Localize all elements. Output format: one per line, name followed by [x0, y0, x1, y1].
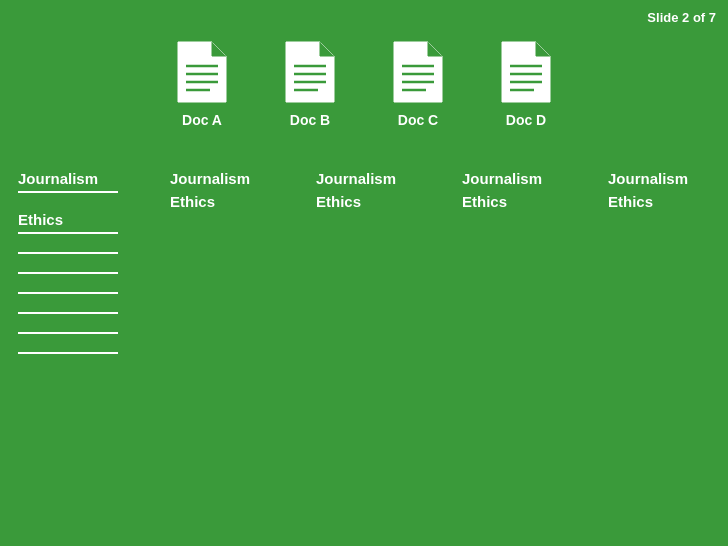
doc-columns: Journalism Ethics Journalism Ethics Jour… [170, 170, 698, 216]
list-line-7 [18, 332, 118, 334]
doc-col-b: Journalism Ethics [316, 170, 406, 216]
col-b-journalism: Journalism [316, 170, 406, 187]
list-line-4 [18, 272, 118, 274]
list-line-8 [18, 352, 118, 354]
doc-a-icon [176, 40, 228, 104]
doc-b: Doc B [284, 40, 336, 128]
doc-c: Doc C [392, 40, 444, 128]
doc-c-icon [392, 40, 444, 104]
doc-a: Doc A [176, 40, 228, 128]
list-column: Journalism Ethics [18, 170, 148, 372]
col-a-ethics: Ethics [170, 193, 260, 210]
docs-row: Doc A Doc B Doc [0, 40, 728, 128]
doc-d-icon [500, 40, 552, 104]
doc-d: Doc D [500, 40, 552, 128]
col-a-journalism: Journalism [170, 170, 260, 187]
list-ethics: Ethics [18, 211, 148, 228]
col-c-journalism: Journalism [462, 170, 552, 187]
doc-b-label: Doc B [290, 112, 330, 128]
list-line-2 [18, 232, 118, 234]
doc-c-label: Doc C [398, 112, 438, 128]
doc-col-c: Journalism Ethics [462, 170, 552, 216]
doc-a-label: Doc A [182, 112, 222, 128]
list-journalism: Journalism [18, 170, 148, 187]
list-line-3 [18, 252, 118, 254]
doc-d-label: Doc D [506, 112, 546, 128]
doc-col-d: Journalism Ethics [608, 170, 698, 216]
doc-col-a: Journalism Ethics [170, 170, 260, 216]
col-b-ethics: Ethics [316, 193, 406, 210]
col-c-ethics: Ethics [462, 193, 552, 210]
list-line-1 [18, 191, 118, 193]
list-line-6 [18, 312, 118, 314]
list-line-5 [18, 292, 118, 294]
col-d-journalism: Journalism [608, 170, 698, 187]
slide-indicator: Slide 2 of 7 [647, 10, 716, 25]
doc-b-icon [284, 40, 336, 104]
col-d-ethics: Ethics [608, 193, 698, 210]
